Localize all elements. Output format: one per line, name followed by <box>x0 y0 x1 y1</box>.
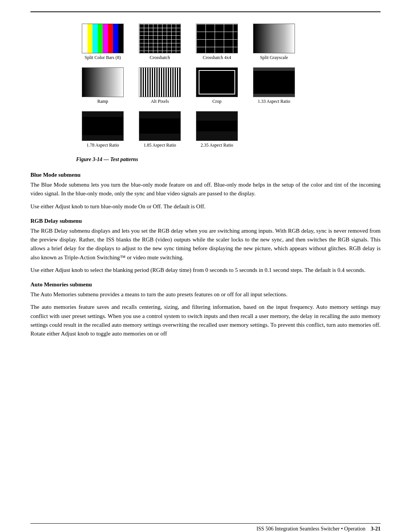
pattern-item-aspect133: 1.33 Aspect Ratio <box>247 67 301 104</box>
pattern-item-crosshatch4x4: Crosshatch 4x4 <box>190 24 244 61</box>
color-bar-magenta <box>103 24 108 53</box>
pattern-aspect235-img <box>196 111 238 141</box>
blue-mode-heading: Blue Mode submenu <box>30 172 381 178</box>
pattern-label-crosshatch4x4: Crosshatch 4x4 <box>203 55 231 61</box>
color-bar-white <box>82 24 88 53</box>
pattern-label-aspect235: 2.35 Aspect Ratio <box>201 142 233 148</box>
pattern-aspect185-img <box>139 111 181 141</box>
test-patterns-section: Split Color Bars (8) Crosshatch Crosshat… <box>30 24 381 163</box>
pattern-item-alt-pixels: Alt Pixels <box>133 67 186 104</box>
blue-mode-section: Blue Mode submenu The Blue Mode submenu … <box>30 172 381 211</box>
pattern-label-crop: Crop <box>212 99 221 104</box>
pattern-label-alt-pixels: Alt Pixels <box>151 99 169 104</box>
color-bar-cyan <box>92 24 98 53</box>
pattern-crosshatch4x4-img <box>196 24 238 53</box>
page-container: Split Color Bars (8) Crosshatch Crosshat… <box>0 11 411 532</box>
color-bar-black <box>118 24 124 53</box>
pattern-aspect133-img <box>253 67 295 97</box>
pattern-crop-img <box>196 67 238 97</box>
rgb-delay-para-1: The RGB Delay submenu displays and lets … <box>30 227 381 262</box>
split-color-bars-visual <box>82 24 123 53</box>
pattern-split-color-bars-img <box>82 24 124 53</box>
ramp-visual <box>82 68 123 97</box>
pattern-item-crosshatch: Crosshatch <box>133 24 186 61</box>
auto-memories-para-2: The auto memories feature saves and reca… <box>30 303 381 338</box>
rgb-delay-section: RGB Delay submenu The RGB Delay submenu … <box>30 218 381 275</box>
aspect133-visual <box>253 68 295 97</box>
footer-page-number: 3-21 <box>371 526 381 532</box>
page-footer: ISS 506 Integration Seamless Switcher • … <box>30 523 381 532</box>
pattern-item-crop: Crop <box>190 67 244 104</box>
pattern-item-aspect178: 1.78 Aspect Ratio <box>76 111 129 148</box>
crosshatch4x4-visual <box>196 24 237 53</box>
pattern-item-aspect185: 1.85 Aspect Ratio <box>133 111 186 148</box>
pattern-label-aspect185: 1.85 Aspect Ratio <box>143 142 176 148</box>
pattern-row-1: Split Color Bars (8) Crosshatch Crosshat… <box>76 24 304 61</box>
pattern-row-3: 1.78 Aspect Ratio 1.85 Aspect Ratio <box>76 111 247 148</box>
aspect235-bar-top <box>196 112 237 121</box>
pattern-label-split-grayscale: Split Grayscale <box>260 55 288 61</box>
pattern-split-grayscale-img <box>253 24 295 53</box>
pattern-label-split-color-bars: Split Color Bars (8) <box>85 55 121 61</box>
pattern-label-crosshatch: Crosshatch <box>150 55 170 61</box>
aspect178-visual <box>82 112 123 141</box>
pattern-label-aspect133: 1.33 Aspect Ratio <box>258 99 290 104</box>
crop-visual <box>196 68 237 97</box>
color-bar-yellow <box>88 24 93 53</box>
pattern-item-split-grayscale: Split Grayscale <box>247 24 301 61</box>
pattern-alt-pixels-img <box>139 67 181 97</box>
alt-pixels-visual <box>139 68 180 97</box>
footer-main-text: ISS 506 Integration Seamless Switcher • … <box>256 526 365 532</box>
aspect185-visual <box>139 112 180 141</box>
pattern-item-aspect235: 2.35 Aspect Ratio <box>190 111 244 148</box>
patterns-grid: Split Color Bars (8) Crosshatch Crosshat… <box>76 24 381 155</box>
color-bar-green <box>98 24 103 53</box>
auto-memories-para-1: The Auto Memories submenu provides a mea… <box>30 290 381 299</box>
pattern-row-2: Ramp Alt Pixels Crop <box>76 67 304 104</box>
pattern-aspect178-img <box>82 111 124 141</box>
color-bar-blue <box>113 24 118 53</box>
crosshatch-visual <box>139 24 180 53</box>
pattern-label-aspect178: 1.78 Aspect Ratio <box>86 142 119 148</box>
pattern-ramp-img <box>82 67 124 97</box>
aspect178-bar-top <box>82 112 123 117</box>
pattern-label-ramp: Ramp <box>97 99 108 104</box>
pattern-item-ramp: Ramp <box>76 67 129 104</box>
figure-caption: Figure 3-14 — Test patterns <box>76 157 381 163</box>
pattern-crosshatch-img <box>139 24 181 53</box>
rgb-delay-heading: RGB Delay submenu <box>30 218 381 224</box>
pattern-item-split-color-bars: Split Color Bars (8) <box>76 24 129 61</box>
blue-mode-para-1: The Blue Mode submenu lets you turn the … <box>30 181 381 198</box>
auto-memories-section: Auto Memories submenu The Auto Memories … <box>30 281 381 338</box>
top-rule <box>30 11 381 12</box>
aspect185-bar-top <box>139 112 180 118</box>
footer-text: ISS 506 Integration Seamless Switcher • … <box>256 526 381 532</box>
split-grayscale-visual <box>253 24 295 53</box>
aspect235-bar-bottom <box>196 131 237 141</box>
auto-memories-heading: Auto Memories submenu <box>30 281 381 288</box>
aspect185-bar-bottom <box>139 134 180 141</box>
color-bar-red <box>108 24 113 53</box>
aspect235-visual <box>196 112 237 141</box>
aspect178-bar-bottom <box>82 135 123 141</box>
blue-mode-para-2: Use either Adjust knob to turn blue-only… <box>30 202 381 211</box>
rgb-delay-para-2: Use either Adjust knob to select the bla… <box>30 266 381 275</box>
